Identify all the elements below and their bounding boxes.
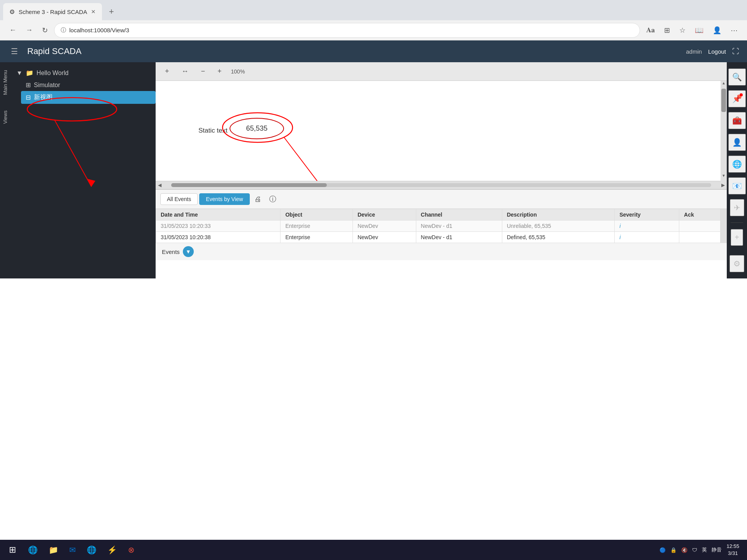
events-table-wrapper: Date and Time Object Device Channel Desc… [156,209,721,243]
taskbar-shield-icon: 🛡 [692,547,697,553]
split-screen-button[interactable]: ⊞ [661,24,673,36]
taskbar-lang-label: 英 [702,546,707,553]
zoom-out-button[interactable]: − [198,66,209,77]
taskbar-mute-icon: 🔇 [681,547,687,553]
events-vertical-scrollbar[interactable] [721,209,727,243]
search-icon-button[interactable]: 🔍 [728,68,746,86]
new-tab-button[interactable]: + [105,7,118,17]
all-events-tab[interactable]: All Events [160,193,198,205]
app-layout: ☰ Rapid SCADA admin Logout ⛶ Main Menu V… [0,40,747,278]
tools-icon-button[interactable]: 🧰 [728,112,746,129]
sidebar-tree: ▼ 📁 Hello World ⊞ Simulator ⊟ 新视图 [12,62,156,108]
taskbar-mail-icon[interactable]: ✉ [65,542,81,558]
browser-nav-bar: ← → ↻ ⓘ localhost:10008/View/3 𝐀𝐚 ⊞ ☆ 📖 … [0,20,747,40]
static-text-label: Static text [198,127,228,135]
events-table-container: Date and Time Object Device Channel Desc… [156,209,727,243]
add-element-button[interactable]: + [162,66,172,77]
col-channel: Channel [416,209,502,220]
header-right: admin Logout ⛶ [686,47,739,56]
canvas-container: Static text 65,535 [156,81,727,189]
globe-icon-button[interactable]: 🌐 [728,156,746,173]
tree-item-simulator[interactable]: ⊞ Simulator [21,79,156,91]
taskbar-vpn-icon[interactable]: ⊗ [123,542,139,558]
tree-simulator-icon: ⊞ [26,81,31,89]
add-icon-button[interactable]: + [731,229,743,246]
collections-button[interactable]: 📖 [692,24,707,36]
tree-item-newview-label: 新视图 [34,93,53,102]
address-bar[interactable]: ⓘ localhost:10008/View/3 [54,23,640,38]
table-row[interactable]: 31/05/2023 10:20:38 Enterprise NewDev Ne… [156,232,721,243]
start-button[interactable]: ⊞ [3,542,22,558]
scroll-thumb-vertical[interactable] [721,89,726,112]
fit-button[interactable]: ↔ [179,66,192,77]
taskbar-lock-icon: 🔒 [670,547,677,553]
taskbar-folder-icon[interactable]: 📁 [44,542,63,558]
events-info-button[interactable]: ⓘ [266,193,279,205]
fullscreen-button[interactable]: ⛶ [732,47,739,56]
taskbar-time-label: 12:55 [726,543,739,550]
logout-button[interactable]: Logout [708,48,726,55]
notification-icon-button[interactable]: 📌 [728,90,746,107]
svg-marker-2 [88,179,95,187]
row1-ack [679,220,721,232]
scroll-right-button[interactable]: ▶ [719,182,727,188]
col-datetime: Date and Time [156,209,281,220]
profile-button[interactable]: 👤 [710,24,724,36]
email-icon-button[interactable]: 📧 [728,177,746,194]
scroll-thumb-horizontal[interactable] [171,183,327,187]
taskbar-mute-label: 静音 [712,546,722,553]
canvas-area[interactable]: Static text 65,535 [156,81,721,181]
tree-item-newview[interactable]: ⊟ 新视图 [21,91,156,104]
right-icons-panel: 🔍 📌 🧰 👤 🌐 📧 ✈ + ⚙ [727,62,747,278]
row1-severity: i [615,220,679,232]
col-description: Description [502,209,614,220]
taskbar-page-label: 3/31 [726,550,739,557]
tree-expand-icon: ▼ [16,70,23,77]
canvas-vertical-scrollbar[interactable]: ▲ ▼ [721,81,727,181]
zoom-in-button[interactable]: + [214,66,225,77]
tree-folder-icon: 📁 [26,69,33,77]
row2-channel: NewDev - d1 [416,232,502,243]
events-tabs: All Events Events by View 🖨 ⓘ [156,190,727,209]
user-icon-button[interactable]: 👤 [728,134,746,151]
events-expand-button[interactable]: ▼ [183,246,194,257]
active-tab[interactable]: ⚙ Scheme 3 - Rapid SCADA ✕ [3,3,102,20]
hamburger-menu-button[interactable]: ☰ [8,44,21,59]
taskbar-system-tray: 🔵 🔒 🔇 🛡 英 静音 12:55 3/31 [655,543,744,557]
app-header: ☰ Rapid SCADA admin Logout ⛶ [0,40,747,62]
table-row[interactable]: 31/05/2023 10:20:33 Enterprise NewDev Ne… [156,220,721,232]
value-text: 65,535 [246,124,267,133]
sidebar-tab-main-menu[interactable]: Main Menu [0,62,12,103]
taskbar-network-icon[interactable]: 🌐 [82,542,101,558]
forward-button[interactable]: → [23,24,36,36]
scroll-track-vertical [721,89,727,173]
events-by-view-tab[interactable]: Events by View [199,193,249,205]
settings-bottom-button[interactable]: ⚙ [729,255,744,272]
taskbar-clock: 12:55 3/31 [726,543,739,557]
reload-button[interactable]: ↻ [39,24,51,36]
send-icon-button[interactable]: ✈ [730,199,744,216]
taskbar-terminal-icon[interactable]: ⚡ [103,542,122,558]
canvas-horizontal-scrollbar[interactable]: ◀ ▶ [156,181,727,189]
canvas-inner: Static text 65,535 [156,81,721,181]
print-button[interactable]: 🖨 [251,194,265,205]
more-button[interactable]: ⋯ [728,24,741,36]
taskbar-edge-icon[interactable]: 🌐 [23,542,42,558]
scroll-down-button[interactable]: ▼ [721,173,727,181]
browser-tab-bar: ⚙ Scheme 3 - Rapid SCADA ✕ + [0,0,747,20]
row2-datetime: 31/05/2023 10:20:38 [156,232,281,243]
svg-line-4 [284,137,327,181]
row1-description: Unreliable, 65,535 [502,220,614,232]
tree-item-simulator-label: Simulator [34,82,60,89]
sidebar-tab-views[interactable]: Views [0,103,12,131]
scroll-left-button[interactable]: ◀ [156,182,163,188]
scroll-up-button[interactable]: ▲ [721,81,727,89]
back-button[interactable]: ← [6,24,19,36]
tab-close-button[interactable]: ✕ [91,9,96,15]
read-aloud-button[interactable]: 𝐀𝐚 [643,24,658,36]
favorites-button[interactable]: ☆ [676,24,689,36]
col-object: Object [281,209,352,220]
content-area: Main Menu Views ▼ 📁 Hello World ⊞ Simula… [0,62,747,278]
tree-item-hello-world[interactable]: ▼ 📁 Hello World [12,67,156,79]
col-ack: Ack [679,209,721,220]
